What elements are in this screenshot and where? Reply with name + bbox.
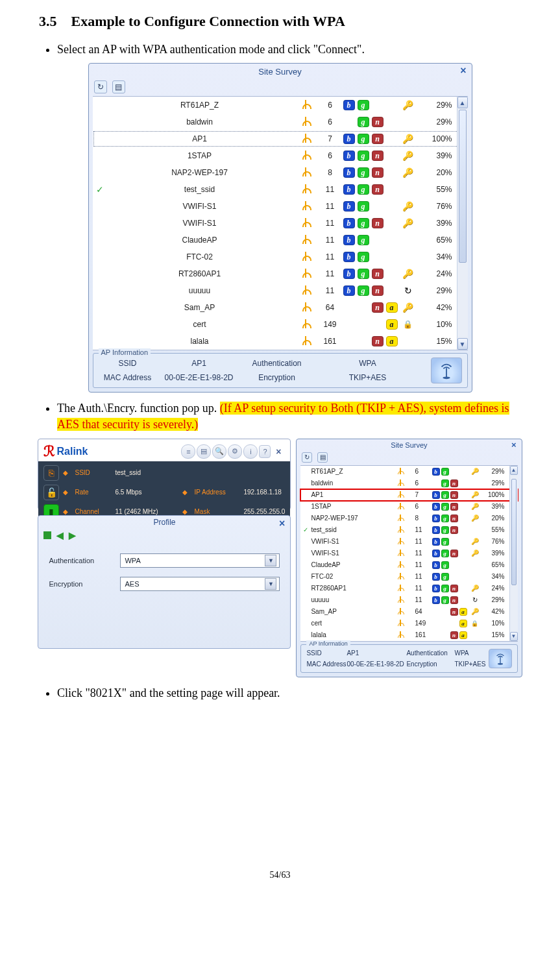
ap-row[interactable]: uuuuu11bgn↻29%: [93, 282, 468, 299]
ap-row[interactable]: cert149a🔒10%: [300, 618, 517, 629]
ap-row[interactable]: 1STAP6bgn🔑39%: [93, 147, 468, 164]
profile-stop-icon[interactable]: [43, 531, 51, 539]
scroll-thumb[interactable]: [511, 479, 517, 585]
close-icon[interactable]: ×: [511, 440, 517, 450]
signal-icon: [397, 491, 415, 499]
refresh-icon: ↻: [472, 596, 478, 603]
signal-icon: [293, 184, 319, 195]
toolbar-gear-icon[interactable]: ⚙: [228, 444, 242, 459]
auth-label: Authentication: [49, 557, 120, 564]
ap-ssid: RT61AP_Z: [311, 468, 396, 475]
ap-ssid: 1STAP: [311, 503, 396, 510]
ap-row[interactable]: baldwin6gn29%: [300, 478, 517, 489]
ap-row[interactable]: FTC-0211bg34%: [300, 571, 517, 583]
scroll-up-icon[interactable]: ▲: [510, 466, 518, 475]
toolbar-search-icon[interactable]: 🔍: [212, 444, 226, 459]
ap-ssid: AP1: [311, 491, 396, 498]
profile-close-icon[interactable]: ×: [279, 517, 285, 530]
ap-row[interactable]: VWIFI-S111bg🔑76%: [93, 198, 468, 215]
mode-a-icon: a: [459, 608, 467, 616]
mode-b-icon: b: [343, 218, 355, 228]
profile-next-icon[interactable]: ▶: [69, 530, 76, 540]
scroll-down-icon[interactable]: ▼: [457, 338, 468, 350]
mode-b-icon: b: [432, 573, 440, 581]
ap-row[interactable]: NAP2-WEP-1978bgn🔑20%: [300, 513, 517, 524]
toolbar-help-icon[interactable]: ?: [259, 445, 271, 458]
scroll-thumb[interactable]: [459, 110, 467, 263]
ap-row[interactable]: NAP2-WEP-1978bgn🔑20%: [93, 164, 468, 181]
field-channel-label: Channel: [75, 508, 112, 515]
ap-row[interactable]: ✓test_ssid11bgn55%: [300, 524, 517, 536]
mode-g-icon: g: [441, 550, 449, 557]
signal-icon: [293, 100, 319, 111]
ap-row[interactable]: RT2860AP111bgn🔑24%: [300, 583, 517, 594]
scrollbar[interactable]: ▲▼: [457, 97, 468, 350]
ap-row[interactable]: RT61AP_Z6bg🔑29%: [93, 97, 468, 114]
auth-dropdown[interactable]: WPA▼: [120, 553, 280, 568]
ap-row[interactable]: VWIFI-S111bg🔑76%: [300, 536, 517, 548]
ap-row[interactable]: AP17bgn🔑100%: [93, 130, 468, 147]
ap-row[interactable]: lalala161na15%: [300, 629, 517, 641]
mode-g-icon: g: [358, 100, 369, 110]
ap-row[interactable]: uuuuu11bgn↻29%: [300, 594, 517, 606]
ap-row[interactable]: ClaudeAP11bg65%: [300, 559, 517, 571]
chevron-down-icon: ▼: [265, 578, 276, 590]
ap-signal-pct: 34%: [481, 573, 509, 580]
ap-channel: 6: [415, 479, 432, 487]
ap-row[interactable]: lalala161na15%: [93, 333, 468, 350]
ap-row[interactable]: RT2860AP111bgn🔑24%: [93, 265, 468, 282]
connected-check-icon: ✓: [300, 526, 311, 533]
mode-b-icon: b: [432, 585, 440, 592]
close-icon[interactable]: ×: [460, 65, 466, 77]
ap-row[interactable]: FTC-0211bg34%: [93, 248, 468, 265]
ap-channel: 7: [319, 134, 342, 143]
ap-row[interactable]: ✓test_ssid11bgn55%: [93, 181, 468, 198]
refresh-icon[interactable]: ↻: [302, 452, 312, 463]
mode-g-icon: g: [358, 235, 369, 245]
scroll-down-icon[interactable]: ▼: [510, 632, 518, 641]
signal-icon: [293, 134, 319, 145]
ap-row[interactable]: VWIFI-S111bgn🔑39%: [300, 548, 517, 559]
toolbar-doc-icon[interactable]: ▤: [197, 444, 211, 459]
mode-a-icon: a: [386, 319, 398, 330]
field-ssid-value: test_ssid: [115, 469, 180, 476]
ap-ssid: NAP2-WEP-197: [107, 168, 293, 177]
ap-row[interactable]: cert149a🔒10%: [93, 316, 468, 333]
mode-n-icon: n: [450, 515, 458, 522]
ap-row[interactable]: AP17bgn🔑100%: [300, 489, 517, 501]
ap-channel: 11: [415, 538, 432, 545]
mode-b-icon: b: [343, 201, 355, 212]
signal-icon: [397, 515, 415, 522]
ap-ssid: cert: [311, 620, 396, 627]
section-heading: 3.5 Example to Configure Connection with…: [39, 13, 521, 30]
toolbar-info-icon[interactable]: i: [243, 444, 258, 459]
scrollbar[interactable]: ▲▼: [509, 466, 518, 641]
ap-signal-pct: 42%: [481, 608, 509, 615]
ap-row[interactable]: Sam_AP64na🔑42%: [93, 299, 468, 316]
encryption-dropdown[interactable]: AES▼: [120, 577, 280, 591]
toolbar-list-icon[interactable]: ≡: [181, 444, 195, 459]
ap-signal-pct: 76%: [481, 538, 509, 545]
ap-signal-pct: 10%: [417, 320, 456, 329]
mode-g-icon: g: [358, 117, 369, 127]
ap-row[interactable]: baldwin6gn29%: [93, 114, 468, 130]
ap-row[interactable]: 1STAP6bgn🔑39%: [300, 501, 517, 513]
ap-row[interactable]: VWIFI-S111bgn🔑39%: [93, 215, 468, 232]
ap-row[interactable]: Sam_AP64na🔑42%: [300, 606, 517, 618]
ap-row[interactable]: ClaudeAP11bg65%: [93, 232, 468, 248]
scroll-up-icon[interactable]: ▲: [457, 97, 468, 108]
ap-channel: 6: [415, 503, 432, 510]
mode-g-icon: g: [441, 503, 449, 511]
refresh-icon[interactable]: ↻: [94, 80, 107, 93]
ap-ssid: lalala: [107, 337, 293, 346]
toolbar-close-icon[interactable]: ×: [272, 445, 285, 458]
list-icon[interactable]: ▤: [317, 452, 328, 463]
mode-g-icon: g: [358, 252, 369, 262]
ap-ssid: 1STAP: [107, 151, 293, 160]
list-icon[interactable]: ▤: [112, 80, 125, 93]
profile-prev-icon[interactable]: ◀: [56, 530, 64, 540]
ap-row[interactable]: RT61AP_Z6bg🔑29%: [300, 466, 517, 478]
mode-g-icon: g: [358, 184, 369, 195]
site-survey-window-small: Site Survey×↻▤RT61AP_Z6bg🔑29%baldwin6gn2…: [296, 439, 522, 677]
ap-channel: 8: [415, 515, 432, 522]
